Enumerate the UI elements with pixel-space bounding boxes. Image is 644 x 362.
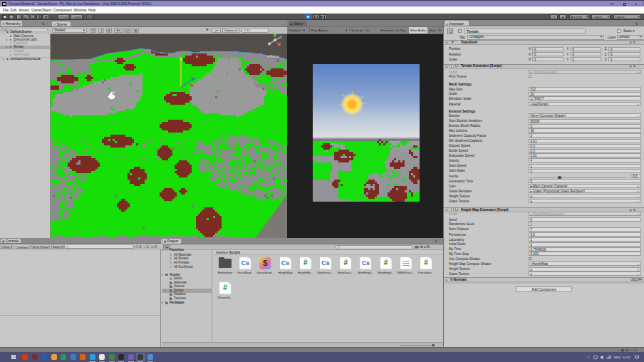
svg-text:◂ Persp: ◂ Persp bbox=[267, 54, 279, 58]
